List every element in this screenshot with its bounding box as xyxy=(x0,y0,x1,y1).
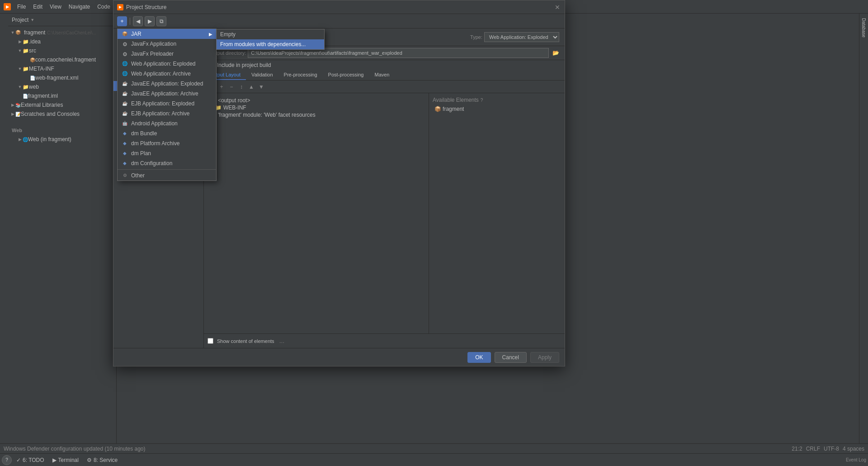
move-down-button[interactable]: ▼ xyxy=(257,83,265,91)
menu-item-web-exploded[interactable]: 🌐 Web Application: Exploded xyxy=(118,59,216,69)
menu-item-dm-platform[interactable]: ◆ dm Platform Archive xyxy=(118,138,216,148)
show-content-bar: Show content of elements … xyxy=(204,333,565,348)
dm-platform-icon: ◆ xyxy=(121,141,128,146)
menu-item-ejb-exploded[interactable]: ☕ EJB Application: Exploded xyxy=(118,99,216,109)
tree-label-scratches: Scratches and Consoles xyxy=(21,111,80,117)
add-element-button[interactable]: + xyxy=(217,83,226,91)
tree-arrow-web: ▼ xyxy=(17,85,23,89)
ok-button[interactable]: OK xyxy=(467,352,491,363)
bottom-tab-service[interactable]: ⚙ 8: Service xyxy=(83,455,121,465)
fragment-icon: 📦 xyxy=(434,106,441,112)
available-item-fragment[interactable]: 📦 fragment xyxy=(433,105,561,113)
bottom-tab-terminal[interactable]: ▶ Terminal xyxy=(49,455,82,465)
menu-item-web-archive[interactable]: 🌐 Web Application: Archive xyxy=(118,69,216,79)
terminal-icon: ▶ xyxy=(52,457,57,463)
tree-item-webfragment[interactable]: 📄 web-fragment.xml xyxy=(8,73,116,82)
help-button[interactable]: ? xyxy=(2,455,12,465)
show-content-checkbox[interactable] xyxy=(208,338,213,344)
menu-item-jar[interactable]: 📦 JAR ▶ Empty From modules with dependen… xyxy=(118,29,216,39)
available-elements-panel: Available Elements ? 📦 fragment xyxy=(429,93,565,333)
tree-item-metainf[interactable]: ▼ 📁 META-INF xyxy=(8,64,116,73)
main-content-area: Name: Type: Web Application: Exploded Ou… xyxy=(204,29,565,348)
tree-item-web[interactable]: ▼ 📁 web xyxy=(8,82,116,91)
app-icon: ▶ xyxy=(4,3,11,10)
status-encoding: UTF-8 xyxy=(824,446,839,452)
menu-code[interactable]: Code xyxy=(94,3,113,11)
menu-item-dm-bundle[interactable]: ◆ dm Bundle xyxy=(118,128,216,138)
javafx-app-icon: ⚙ xyxy=(121,41,128,47)
menu-item-dm-plan[interactable]: ◆ dm Plan xyxy=(118,148,216,158)
menu-sep xyxy=(118,169,216,170)
back-button[interactable]: ◀ xyxy=(133,16,143,26)
tab-validation[interactable]: Validation xyxy=(246,70,278,80)
dialog-close-button[interactable]: ✕ xyxy=(554,4,561,11)
menu-item-ejb-archive[interactable]: ☕ EJB Application: Archive xyxy=(118,109,216,119)
menu-label-javafx-app: JavaFx Application xyxy=(131,41,176,47)
show-content-more[interactable]: … xyxy=(278,337,286,345)
todo-icon: ✓ xyxy=(16,457,21,463)
tree-item-extlibs[interactable]: ▶ 📚 External Libraries xyxy=(8,100,116,109)
tree-item-fragmentiml[interactable]: 📄 fragment.iml xyxy=(8,91,116,100)
menu-edit[interactable]: Edit xyxy=(30,3,45,11)
menu-item-jee-archive[interactable]: ☕ JavaEE Application: Archive xyxy=(118,89,216,99)
copy-button[interactable]: ⧉ xyxy=(156,16,166,26)
vert-tab-database[interactable]: Database xyxy=(860,15,867,40)
two-panel-layout: 📁 <output root> 📁 WEB-INF 📄 'fragment' m… xyxy=(204,93,565,333)
sort-button[interactable]: ↕ xyxy=(237,83,245,91)
menu-item-javafx-preloader[interactable]: ⚙ JavaFx Preloader xyxy=(118,49,216,59)
android-icon: 🤖 xyxy=(121,121,128,126)
tree-label-fragment: fragment xyxy=(24,29,45,36)
tab-maven[interactable]: Maven xyxy=(369,70,395,80)
output-item-webinf[interactable]: 📁 WEB-INF xyxy=(208,104,425,111)
artifact-type-field: Type: Web Application: Exploded xyxy=(470,32,559,42)
output-dir-browse[interactable]: 📂 xyxy=(552,50,559,56)
menu-label-dm-config: dm Configuration xyxy=(131,160,172,166)
toolbar-sep-1 xyxy=(130,18,130,25)
dialog-title-icon: ▶ xyxy=(117,4,123,10)
tree-label-metainf: META-INF xyxy=(29,66,54,72)
tree-item-web-infragment[interactable]: ▶ 🌐 Web (in fragment) xyxy=(8,135,116,144)
status-position: 21:2 xyxy=(792,446,802,452)
remove-element-button[interactable]: − xyxy=(227,83,236,91)
include-build-label: Include in project build xyxy=(217,62,271,68)
output-item-root[interactable]: 📁 <output root> xyxy=(208,97,425,104)
menu-item-other[interactable]: ⚙ Other xyxy=(118,171,216,181)
submenu-item-from-modules[interactable]: From modules with dependencies... xyxy=(217,39,324,49)
menu-item-android[interactable]: 🤖 Android Application xyxy=(118,119,216,128)
status-message: Windows Defender configuration updated (… xyxy=(4,446,146,452)
tab-preprocessing[interactable]: Pre-processing xyxy=(278,70,323,80)
tree-arrow-web-infragment: ▶ xyxy=(17,137,23,142)
iml-icon: 📄 xyxy=(23,94,28,99)
artifact-type-dropdown[interactable]: Web Application: Exploded xyxy=(484,32,559,42)
bottom-tab-todo[interactable]: ✓ 6: TODO xyxy=(13,455,48,465)
tree-item-idea[interactable]: ▶ 📁 .idea xyxy=(8,37,116,46)
menu-item-jee-exploded[interactable]: ☕ JavaEE Application: Exploded xyxy=(118,79,216,89)
forward-button[interactable]: ▶ xyxy=(145,16,155,26)
submenu-item-empty[interactable]: Empty xyxy=(217,29,324,39)
add-button[interactable]: + xyxy=(117,16,127,26)
menu-navigate[interactable]: Navigate xyxy=(66,3,93,11)
menu-label-javafx-preloader: JavaFx Preloader xyxy=(131,51,174,57)
tree-item-package[interactable]: 📦 com.caochenlei.fragment xyxy=(8,55,116,64)
menu-item-dm-config[interactable]: ◆ dm Configuration xyxy=(118,158,216,168)
tree-item-src[interactable]: ▼ 📁 src xyxy=(8,46,116,55)
tree-item-scratches[interactable]: ▶ 📝 Scratches and Consoles xyxy=(8,109,116,119)
move-up-button[interactable]: ▲ xyxy=(247,83,255,91)
tree-item-fragment[interactable]: ▼ 📦 fragment C:\Users\CaoChenLei\... xyxy=(8,28,116,37)
menu-label-other: Other xyxy=(131,172,145,179)
menu-file[interactable]: File xyxy=(14,3,28,11)
bottom-bar: ? ✓ 6: TODO ▶ Terminal ⚙ 8: Service Even… xyxy=(0,453,868,466)
cancel-button[interactable]: Cancel xyxy=(495,352,527,363)
menu-item-javafx-app[interactable]: ⚙ JavaFx Application xyxy=(118,39,216,49)
output-item-facet[interactable]: 📄 'fragment' module: 'Web' facet resourc… xyxy=(208,111,425,119)
menu-view[interactable]: View xyxy=(47,3,64,11)
menu-label-dm-plan: dm Plan xyxy=(131,150,151,157)
available-elements-help[interactable]: ? xyxy=(481,98,483,103)
tree-label-src: src xyxy=(29,48,36,54)
menu-label-dm-platform: dm Platform Archive xyxy=(131,140,179,147)
tab-postprocessing[interactable]: Post-processing xyxy=(323,70,369,80)
menu-label-jee-archive: JavaEE Application: Archive xyxy=(131,90,198,97)
bottom-tab-terminal-label: Terminal xyxy=(58,457,79,463)
project-panel-header: Project ▼ xyxy=(8,14,116,26)
apply-button[interactable]: Apply xyxy=(530,352,559,363)
